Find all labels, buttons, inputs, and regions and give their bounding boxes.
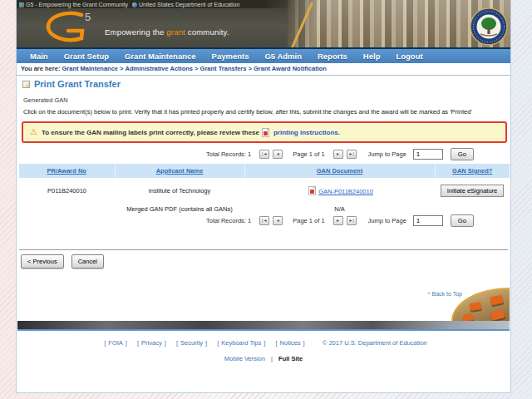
col-header-pr-award-no: PR/Award No: [19, 164, 115, 178]
action-buttons: < Previous Cancel: [21, 254, 104, 268]
nav-item-reports[interactable]: Reports: [318, 52, 347, 61]
mobile-version-link[interactable]: Mobile Version: [224, 355, 265, 362]
nav-item-g5-admin[interactable]: G5 Admin: [264, 52, 302, 61]
full-site-label: Full Site: [278, 355, 303, 362]
header-banner: G5 - Empowering the Grant Community Unit…: [17, 0, 510, 47]
pdf-icon: [308, 186, 316, 195]
footer-link-foia[interactable]: FOIA: [108, 339, 123, 347]
warning-icon: ⚠: [30, 128, 37, 136]
nav-item-payments[interactable]: Payments: [212, 52, 249, 61]
table-header-row: PR/Award No Applicant Name GAN Document …: [19, 164, 510, 178]
col-header-applicant-name: Applicant Name: [115, 164, 244, 178]
previous-button[interactable]: < Previous: [21, 254, 64, 268]
breadcrumb: You are here: Grant Maintenance > Admini…: [17, 63, 510, 76]
sort-gan-document[interactable]: GAN Document: [317, 167, 362, 175]
logo-five: 5: [85, 11, 91, 23]
desk-chair-shape: [463, 313, 474, 321]
window-tab-label: G5 - Empowering the Grant Community: [26, 2, 128, 8]
cell-gan-document: GAN-P011B240010: [244, 178, 435, 201]
total-records-label: Total Records: 1: [206, 217, 251, 224]
breadcrumb-administrative-actions[interactable]: Administrative Actions: [126, 65, 193, 72]
footer-site-toggle: Mobile Version | Full Site: [17, 355, 510, 362]
col-header-gan-document: GAN Document: [244, 164, 435, 178]
jump-to-page-label: Jump to Page: [368, 217, 406, 224]
go-button[interactable]: Go: [451, 214, 474, 227]
page-status: Page 1 of 1: [293, 217, 324, 224]
warning-text: To ensure the GAN mailing labels print c…: [42, 129, 259, 136]
window-tab-label: United States Department of Education: [139, 2, 239, 8]
total-records-value: 1: [248, 217, 251, 224]
divider-rule: [19, 249, 508, 250]
breadcrumb-prefix: You are here:: [21, 65, 60, 72]
breadcrumb-grant-maintenance[interactable]: Grant Maintenance: [62, 65, 118, 72]
col-header-gan-signed: GAN Signed?: [435, 164, 510, 178]
instructions-text: Click on the document(s) below to print.…: [23, 108, 500, 116]
nav-item-grant-setup[interactable]: Grant Setup: [64, 52, 109, 61]
breadcrumb-grant-transfers[interactable]: Grant Transfers: [200, 65, 247, 72]
last-page-button[interactable]: ►|: [347, 216, 357, 225]
main-nav-bar: Main Grant Setup Grant Maintenance Payme…: [17, 47, 510, 63]
sort-pr-award-no[interactable]: PR/Award No: [47, 167, 86, 175]
page-status: Page 1 of 1: [293, 150, 324, 158]
banner-tagline: Empowering the grant community.: [105, 27, 229, 37]
window-tab-ed[interactable]: United States Department of Education: [132, 1, 239, 8]
go-button[interactable]: Go: [451, 148, 474, 160]
footer-link-notices[interactable]: Notices: [280, 339, 301, 347]
nav-item-help[interactable]: Help: [363, 52, 381, 61]
jump-to-page-label: Jump to Page: [368, 150, 406, 158]
tagline-accent: grant: [166, 27, 185, 37]
footer-link-group: [Keyboard Tips]: [214, 339, 268, 347]
nav-item-logout[interactable]: Logout: [396, 52, 422, 61]
page-title-row: Print Grant Transfer: [22, 79, 121, 89]
initiate-esignature-button[interactable]: Initiate eSignature: [441, 185, 504, 197]
next-page-button[interactable]: ►: [333, 150, 343, 159]
footer-links: [FOIA] [Privacy] [Security] [Keyboard Ti…: [17, 339, 510, 347]
section-label: Generated GAN: [23, 96, 68, 104]
desk-chair-shape: [490, 295, 504, 306]
sort-gan-signed[interactable]: GAN Signed?: [452, 167, 492, 175]
footer-link-keyboard-tips[interactable]: Keyboard Tips: [221, 339, 261, 347]
printing-instructions-link[interactable]: printing instructions.: [273, 129, 340, 136]
breadcrumb-grant-award-notification[interactable]: Grant Award Notification: [254, 65, 327, 72]
dept-education-seal-icon: [470, 7, 508, 47]
cell-award-no: [19, 201, 115, 217]
footer-link-group: [Notices]: [273, 339, 307, 347]
warning-banner: ⚠ To ensure the GAN mailing labels print…: [22, 121, 507, 143]
jump-to-page-input[interactable]: [413, 215, 443, 226]
footer-link-group: [Privacy]: [135, 339, 169, 347]
window-tab-bar: G5 - Empowering the Grant Community Unit…: [17, 0, 510, 8]
desk-chair-shape: [469, 302, 481, 311]
first-page-button[interactable]: |◄: [259, 150, 269, 159]
footer-separator-bar: [17, 321, 510, 331]
page-title-icon: [22, 81, 30, 88]
nav-item-main[interactable]: Main: [30, 52, 48, 61]
prev-page-button[interactable]: ◄: [273, 150, 283, 159]
cell-applicant: Institute of Technology: [115, 178, 244, 201]
copyright-text: © 2017 U.S. Department of Education: [323, 339, 427, 347]
cell-award-no: P011B240010: [19, 178, 115, 201]
gan-document-link[interactable]: GAN-P011B240010: [318, 188, 373, 195]
footer-link-security[interactable]: Security: [180, 339, 203, 347]
pdf-icon: [262, 128, 269, 137]
sort-applicant-name[interactable]: Applicant Name: [156, 167, 204, 175]
first-page-button[interactable]: |◄: [259, 216, 269, 225]
cell-gan-signed: Initiate eSignature: [435, 178, 510, 201]
pagination-bottom: Total Records: 1 |◄ ◄ Page 1 of 1 ► ►| J…: [206, 214, 474, 227]
back-to-top-link[interactable]: ^ Back to Top: [427, 291, 462, 297]
jump-to-page-input[interactable]: [413, 149, 443, 160]
footer-link-group: [FOIA]: [101, 339, 130, 347]
window-tab-g5[interactable]: G5 - Empowering the Grant Community: [19, 1, 128, 8]
desk-chair-shape: [490, 309, 505, 321]
pagination-top: Total Records: 1 |◄ ◄ Page 1 of 1 ► ►| J…: [206, 148, 474, 160]
cancel-button[interactable]: Cancel: [71, 254, 104, 268]
prev-page-button[interactable]: ◄: [273, 216, 283, 225]
footer-link-group: [Security]: [174, 339, 209, 347]
footer-link-privacy[interactable]: Privacy: [141, 339, 162, 347]
ed-favicon-icon: [132, 2, 137, 7]
g5-favicon-icon: [19, 2, 24, 7]
g5-logo: 5: [30, 9, 103, 47]
nav-item-grant-maintenance[interactable]: Grant Maintenance: [125, 52, 196, 61]
last-page-button[interactable]: ►|: [347, 150, 357, 159]
next-page-button[interactable]: ►: [333, 216, 343, 225]
page-title: Print Grant Transfer: [34, 79, 121, 89]
